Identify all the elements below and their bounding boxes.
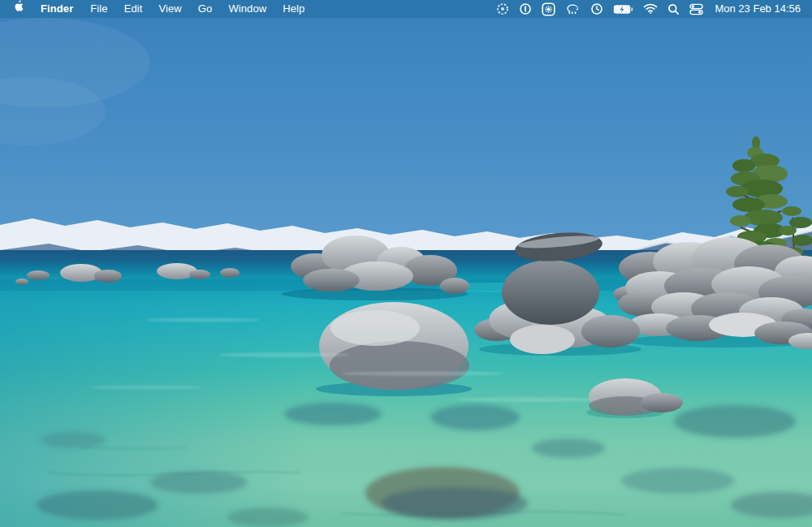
menu-bar-left: Finder File Edit View Go Window Help: [0, 0, 313, 18]
control-center-icon[interactable]: [685, 0, 708, 18]
apple-menu[interactable]: [0, 0, 32, 18]
desktop-wallpaper: [0, 18, 812, 527]
macos-desktop-screen: Finder File Edit View Go Window Help: [0, 0, 812, 527]
clock-icon[interactable]: [585, 0, 608, 18]
menu-item-file[interactable]: File: [82, 0, 115, 18]
sky: [0, 18, 812, 261]
battery-charging-icon[interactable]: [608, 0, 638, 18]
desktop[interactable]: [0, 18, 812, 527]
menu-item-finder[interactable]: Finder: [32, 0, 82, 18]
menu-bar-right: Mon 23 Feb 14:56: [491, 0, 812, 18]
menu-item-go[interactable]: Go: [190, 0, 221, 18]
power-circle-icon[interactable]: [514, 0, 537, 18]
gear-square-icon[interactable]: [537, 0, 560, 18]
dotted-circle-icon[interactable]: [491, 0, 514, 18]
menu-item-window[interactable]: Window: [220, 0, 274, 18]
wifi-icon[interactable]: [638, 0, 663, 18]
right-shore-rocks: [613, 237, 812, 349]
spotlight-search-icon[interactable]: [663, 0, 685, 18]
menu-item-view[interactable]: View: [151, 0, 190, 18]
menu-item-help[interactable]: Help: [274, 0, 313, 18]
menu-bar-clock[interactable]: Mon 23 Feb 14:56: [708, 0, 804, 18]
apple-icon: [13, 0, 24, 18]
menu-bar: Finder File Edit View Go Window Help: [0, 0, 812, 18]
elephant-icon[interactable]: [560, 0, 585, 18]
menu-item-edit[interactable]: Edit: [116, 0, 151, 18]
